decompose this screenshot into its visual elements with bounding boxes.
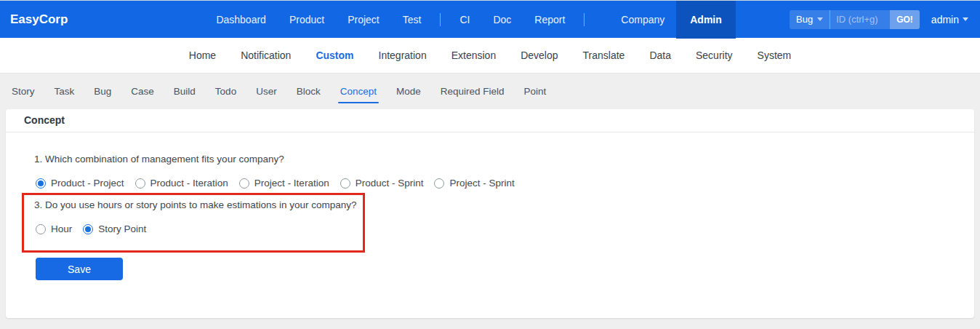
radio-option-product-project[interactable]: Product - Project [36, 178, 124, 189]
radio-icon[interactable] [36, 224, 46, 234]
tab-todo[interactable]: Todo [209, 74, 243, 109]
radio-option-product-iteration[interactable]: Product - Iteration [135, 178, 228, 189]
nav-item-test[interactable]: Test [391, 1, 433, 39]
subnav-item-extension[interactable]: Extension [439, 38, 508, 74]
brand-logo[interactable]: EasyCorp [10, 12, 68, 27]
user-name: admin [931, 14, 959, 25]
nav-item-dashboard[interactable]: Dashboard [204, 1, 278, 39]
topbar-right: Bug GO! admin [790, 10, 968, 29]
go-button[interactable]: GO! [890, 10, 920, 29]
user-menu[interactable]: admin [931, 14, 968, 25]
search-input[interactable] [830, 10, 890, 29]
save-button[interactable]: Save [36, 258, 123, 280]
radio-option-project-iteration[interactable]: Project - Iteration [239, 178, 329, 189]
custom-tabs: Story Task Bug Case Build Todo User Bloc… [0, 74, 980, 109]
subnav-item-integration[interactable]: Integration [366, 38, 439, 74]
question-3-text: 3. Do you use hours or story points to m… [34, 199, 356, 210]
panel-title: Concept [6, 109, 974, 132]
tab-user[interactable]: User [249, 74, 284, 109]
subnav-item-translate[interactable]: Translate [571, 38, 638, 74]
nav-item-report[interactable]: Report [523, 1, 577, 39]
panel-body: 1. Which combination of management fits … [6, 132, 974, 317]
subnav-item-home[interactable]: Home [177, 38, 228, 74]
subnav-item-system[interactable]: System [745, 38, 804, 74]
nav-item-project[interactable]: Project [336, 1, 391, 39]
subnav-item-notification[interactable]: Notification [228, 38, 303, 74]
tab-point[interactable]: Point [518, 74, 553, 109]
tab-required-field[interactable]: Required Field [434, 74, 511, 109]
radio-label: Product - Sprint [356, 178, 424, 189]
radio-icon[interactable] [434, 178, 444, 189]
tab-story[interactable]: Story [5, 74, 41, 109]
top-navbar: EasyCorp Dashboard Product Project Test … [0, 0, 980, 38]
tab-case[interactable]: Case [124, 74, 161, 109]
radio-option-product-sprint[interactable]: Product - Sprint [340, 178, 424, 189]
tab-mode[interactable]: Mode [390, 74, 427, 109]
radio-icon[interactable] [340, 178, 350, 189]
radio-icon[interactable] [135, 178, 145, 189]
radio-label: Project - Sprint [449, 178, 514, 189]
tab-concept[interactable]: Concept [334, 74, 383, 109]
nav-item-company[interactable]: Company [609, 1, 676, 39]
global-search: Bug GO! [790, 10, 920, 29]
secondary-nav: Home Notification Custom Integration Ext… [0, 38, 980, 74]
radio-option-project-sprint[interactable]: Project - Sprint [434, 178, 514, 189]
radio-icon[interactable] [83, 224, 93, 234]
chevron-down-icon [817, 17, 823, 21]
tab-bug[interactable]: Bug [87, 74, 118, 109]
subnav-item-data[interactable]: Data [637, 38, 683, 74]
search-module-label: Bug [796, 14, 813, 25]
radio-label: Product - Project [51, 178, 124, 189]
subnav-item-security[interactable]: Security [683, 38, 745, 74]
concept-panel: Concept 1. Which combination of manageme… [6, 109, 974, 318]
radio-icon[interactable] [239, 178, 249, 189]
radio-option-hour[interactable]: Hour [36, 223, 72, 234]
radio-label: Story Point [98, 223, 146, 234]
nav-divider [584, 13, 585, 26]
tab-task[interactable]: Task [48, 74, 81, 109]
nav-divider [440, 13, 441, 26]
radio-label: Hour [51, 223, 72, 234]
tab-block[interactable]: Block [290, 74, 327, 109]
nav-item-ci[interactable]: CI [448, 1, 481, 39]
question-1-text: 1. Which combination of management fits … [34, 154, 284, 164]
radio-icon[interactable] [36, 178, 46, 189]
nav-item-product[interactable]: Product [278, 1, 336, 39]
question-3-options: Hour Story Point [36, 223, 157, 234]
radio-option-story-point[interactable]: Story Point [83, 223, 146, 234]
radio-label: Product - Iteration [150, 178, 228, 189]
nav-item-admin[interactable]: Admin [676, 1, 736, 39]
subnav-item-develop[interactable]: Develop [508, 38, 570, 74]
chevron-down-icon [963, 17, 968, 21]
tab-build[interactable]: Build [167, 74, 202, 109]
question-1-options: Product - Project Product - Iteration Pr… [36, 178, 526, 189]
radio-label: Project - Iteration [254, 178, 329, 189]
nav-item-doc[interactable]: Doc [481, 1, 523, 39]
search-module-select[interactable]: Bug [790, 10, 830, 29]
main-nav: Dashboard Product Project Test CI Doc Re… [204, 1, 735, 38]
subnav-item-custom[interactable]: Custom [303, 38, 366, 74]
